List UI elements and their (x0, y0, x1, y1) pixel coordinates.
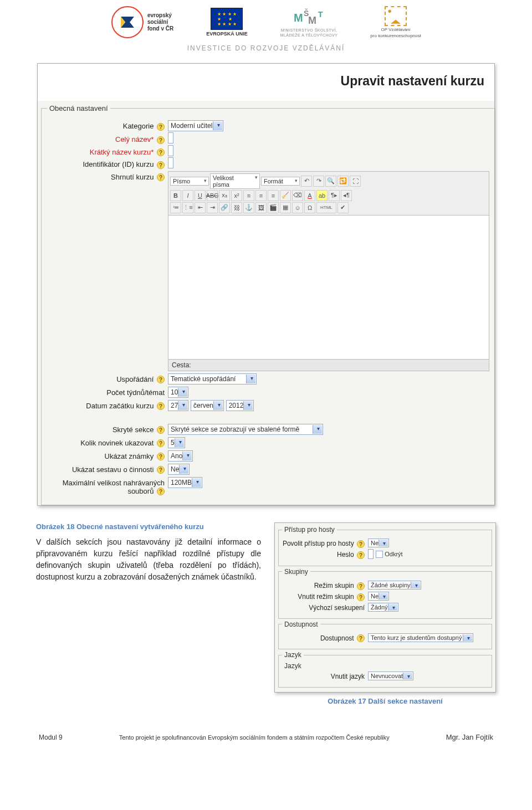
legend-dostupnost: Dostupnost (282, 621, 320, 628)
fullscreen-icon[interactable]: ⛶ (350, 176, 361, 187)
footer-left: Modul 9 (39, 734, 63, 741)
eu-flag-icon: ★ ★ ★ ★★ ★★ ★ ★ ★ (211, 8, 243, 30)
label-odkryt: Odkrýt (385, 551, 402, 557)
msmt-text-2: MLÁDEŽE A TĚLOVÝCHOVY (280, 33, 338, 37)
help-icon[interactable]: ? (357, 551, 365, 559)
underline-icon[interactable]: U (195, 190, 206, 201)
label-skryte-sekce: Skryté sekce ? (47, 423, 168, 434)
select-dostupnost[interactable]: Tento kurz je studentům dostupný (368, 633, 473, 642)
select-kategorie[interactable]: Moderní učitel (168, 120, 223, 131)
fieldset-obecna-nastaveni: Obecná nastavení Kategorie ? Moderní uči… (41, 104, 495, 505)
input-cely-nazev[interactable] (168, 132, 173, 143)
char-icon[interactable]: Ω (304, 202, 315, 213)
label-vychozi-seskupeni: Výchozí seskupení (282, 602, 368, 612)
toolbar-font-select[interactable]: Písmo (170, 177, 209, 186)
html-icon[interactable]: HTML (316, 202, 336, 213)
label-usporadani: Uspořádání ? (47, 373, 168, 384)
fieldset-pristup: Přístup pro hosty Povolit přístup pro ho… (278, 526, 492, 566)
align-right-icon[interactable]: ≡ (268, 190, 279, 201)
sub-icon[interactable]: x₂ (219, 190, 230, 201)
footer-right: Mgr. Jan Fojtík (446, 733, 493, 741)
help-icon[interactable]: ? (357, 582, 365, 590)
select-den[interactable]: 27 (168, 400, 188, 411)
media-icon[interactable]: 🎬 (268, 202, 279, 213)
anchor-icon[interactable]: ⚓ (243, 202, 254, 213)
select-povolit-pristup[interactable]: Ne (368, 539, 389, 547)
help-icon[interactable]: ? (157, 439, 165, 447)
checkbox-odkryt[interactable] (376, 551, 383, 558)
help-icon[interactable]: ? (157, 148, 165, 156)
toolbar-size-select[interactable]: Velikost písma (210, 173, 260, 189)
ul-icon[interactable]: ⋮≡ (182, 202, 193, 213)
select-rok[interactable]: 2012 (226, 400, 254, 411)
help-icon[interactable]: ? (157, 136, 165, 144)
header-logos: evropský sociální fond v ČR ★ ★ ★ ★★ ★★ … (111, 6, 421, 39)
op-icon (385, 6, 407, 26)
spellcheck-icon[interactable]: ✔ (337, 202, 349, 213)
ltr-icon[interactable]: ¶▸ (329, 190, 340, 201)
page-footer: Modul 9 Tento projekt je spolufinancován… (0, 716, 532, 752)
find-icon[interactable]: 🔍 (325, 176, 336, 187)
select-max-velikost[interactable]: 120MB (168, 477, 202, 488)
label-shrnuti: Shrnutí kurzu ? (47, 171, 168, 182)
sup-icon[interactable]: x² (231, 190, 242, 201)
help-icon[interactable]: ? (157, 123, 165, 131)
help-icon[interactable]: ? (157, 453, 165, 460)
input-kratky-nazev[interactable] (168, 145, 173, 156)
help-icon[interactable]: ? (357, 540, 365, 548)
italic-icon[interactable]: I (182, 190, 193, 201)
help-icon[interactable]: ? (157, 161, 165, 169)
rtl-icon[interactable]: ◂¶ (341, 190, 352, 201)
select-novinky[interactable]: 5 (168, 437, 185, 448)
text-color-icon[interactable]: A (304, 190, 315, 201)
help-icon[interactable]: ? (157, 466, 165, 474)
outdent-icon[interactable]: ⇤ (195, 202, 206, 213)
redo-icon[interactable]: ↷ (313, 176, 324, 187)
fieldset-skupiny: Skupiny Režim skupin ? Žádné skupiny Vnu… (278, 568, 492, 619)
help-icon[interactable]: ? (357, 634, 365, 642)
link-icon[interactable]: 🔗 (219, 202, 230, 213)
clean-icon[interactable]: 🧹 (280, 190, 291, 201)
input-id-kurzu[interactable] (168, 157, 173, 168)
select-mesic[interactable]: červen (191, 400, 224, 411)
select-znamky[interactable]: Ano (168, 450, 193, 462)
remove-format-icon[interactable]: ⌫ (292, 190, 303, 201)
undo-icon[interactable]: ↶ (301, 176, 312, 187)
strike-icon[interactable]: ABC (207, 190, 218, 201)
select-rezim-skupin[interactable]: Žádné skupiny (368, 581, 421, 589)
help-icon[interactable]: ? (157, 376, 165, 383)
toolbar-format-select[interactable]: Formát (261, 177, 300, 186)
label-dostupnost: Dostupnost ? (282, 633, 368, 643)
select-pocet-tydnu[interactable]: 10 (168, 387, 188, 398)
bold-icon[interactable]: B (170, 190, 181, 201)
esf-text-1: evropský (147, 12, 173, 19)
align-left-icon[interactable]: ≡ (243, 190, 254, 201)
select-usporadani[interactable]: Tematické uspořádání (168, 373, 257, 385)
select-cinnost[interactable]: Ne (168, 464, 190, 475)
help-icon[interactable]: ? (157, 488, 165, 495)
svg-marker-5 (391, 19, 401, 23)
align-center-icon[interactable]: ≡ (255, 190, 267, 201)
replace-icon[interactable]: 🔁 (337, 176, 349, 187)
label-datum: Datum začátku kurzu ? (47, 399, 168, 411)
help-icon[interactable]: ? (157, 173, 165, 181)
editor-body[interactable] (168, 216, 489, 360)
svg-point-6 (388, 10, 391, 13)
image-icon[interactable]: 🖼 (255, 202, 267, 213)
help-icon[interactable]: ? (357, 593, 365, 601)
emoticon-icon[interactable]: ☺ (292, 202, 303, 213)
svg-text:M: M (308, 15, 316, 26)
select-vychozi-seskupeni[interactable]: Žádný (368, 603, 398, 612)
select-vnutit-rezim[interactable]: Ne (368, 592, 389, 601)
select-vnutit-jazyk[interactable]: Nevnucovat (368, 671, 413, 680)
help-icon[interactable]: ? (157, 402, 165, 410)
unlink-icon[interactable]: ⛓ (231, 202, 242, 213)
ol-icon[interactable]: ≔ (170, 202, 181, 213)
help-icon[interactable]: ? (157, 426, 165, 434)
input-heslo[interactable] (368, 549, 374, 559)
indent-icon[interactable]: ⇥ (207, 202, 218, 213)
logo-eu: ★ ★ ★ ★★ ★★ ★ ★ ★ EVROPSKÁ UNIE (206, 8, 248, 37)
select-skryte-sekce[interactable]: Skryté sekce se zobrazují ve sbalené for… (168, 424, 323, 435)
table-icon[interactable]: ▦ (280, 202, 291, 213)
bg-color-icon[interactable]: ab (316, 190, 328, 201)
